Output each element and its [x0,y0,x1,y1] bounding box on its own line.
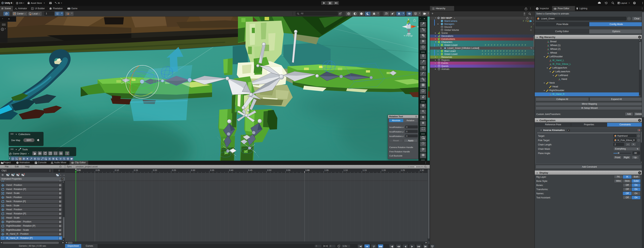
svg-text:0:10: 0:10 [115,169,119,171]
svg-text:0:30: 0:30 [191,169,195,171]
svg-text:Y: Y [423,117,424,119]
svg-text:1:20: 1:20 [382,169,386,171]
svg-text:0:50: 0:50 [267,169,271,171]
svg-text:1:30: 1:30 [420,169,424,171]
svg-text:0:00: 0:00 [76,169,81,171]
svg-text:1:15: 1:15 [362,169,367,171]
svg-text:0:55: 0:55 [286,169,290,171]
svg-text:0:40: 0:40 [229,169,233,171]
svg-text:UI: UI [32,8,33,9]
svg-text:y: y [408,18,409,21]
svg-text:0:20: 0:20 [153,169,157,171]
svg-text:0:35: 0:35 [210,169,214,171]
svg-text:0:25: 0:25 [172,169,176,171]
svg-text:Y: Y [58,14,58,15]
svg-text:0:45: 0:45 [248,169,252,171]
svg-text:1:10: 1:10 [344,169,348,171]
svg-text:?: ? [422,46,424,48]
svg-text:1:00: 1:00 [305,169,310,171]
svg-text:1:05: 1:05 [324,169,328,171]
svg-text:0:05: 0:05 [96,169,100,171]
svg-text:0:15: 0:15 [134,169,138,171]
svg-text:1:25: 1:25 [400,169,405,171]
